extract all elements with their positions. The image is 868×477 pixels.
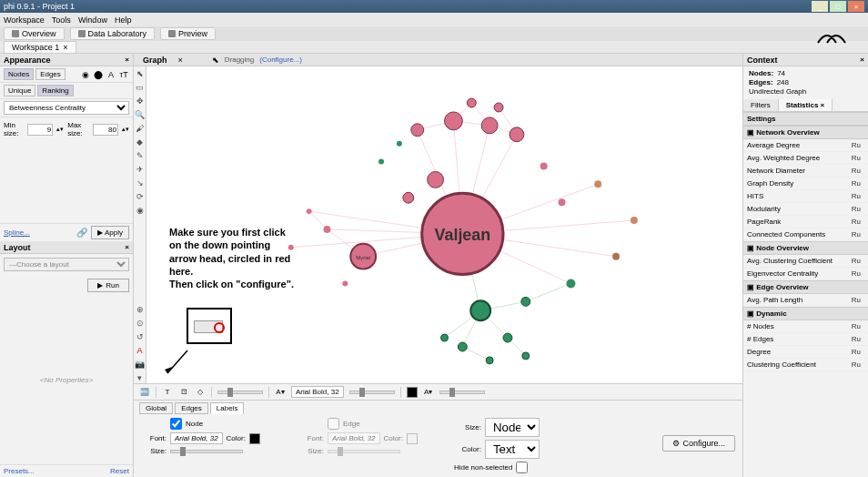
min-size-input[interactable] (27, 124, 53, 136)
close-button[interactable]: × (848, 1, 864, 12)
font-display[interactable]: Arial Bold, 32 (291, 386, 344, 398)
rect-select-tool[interactable]: ▭ (135, 82, 146, 93)
spinner-icon[interactable]: ▴▾ (122, 126, 129, 133)
label-color-swatch[interactable] (407, 387, 418, 398)
run-stat-button[interactable]: Ru (848, 205, 864, 213)
run-stat-button[interactable]: Ru (848, 192, 864, 200)
run-stat-button[interactable]: Ru (848, 269, 864, 278)
close-icon[interactable]: × (125, 56, 129, 64)
tab-preview[interactable]: Preview (160, 27, 216, 40)
ranking-tab[interactable]: Ranking (37, 85, 73, 96)
graph-tab[interactable]: Graph (137, 55, 173, 66)
label-size-slider[interactable] (439, 391, 485, 394)
unique-tab[interactable]: Unique (4, 85, 35, 96)
label-toggle-icon[interactable]: A (135, 345, 146, 356)
close-icon[interactable]: × (860, 56, 864, 64)
move-tool[interactable]: ✥ (135, 96, 146, 107)
run-stat-button[interactable]: Ru (848, 296, 864, 304)
run-stat-button[interactable]: Ru (848, 360, 864, 369)
menu-help[interactable]: Help (115, 15, 132, 25)
minimize-button[interactable]: _ (812, 1, 828, 12)
node-labels-icon[interactable]: T (162, 387, 173, 398)
reset-link[interactable]: Reset (110, 467, 129, 475)
settings-row[interactable]: Settings (743, 112, 868, 126)
close-icon[interactable]: × (178, 56, 183, 65)
heatmap-tool[interactable]: ◉ (135, 205, 146, 216)
statistics-tab[interactable]: Statistics × (779, 99, 833, 111)
shortest-path-tool[interactable]: ⟳ (135, 191, 146, 202)
menu-window[interactable]: Window (78, 15, 107, 25)
run-stat-button[interactable]: Ru (848, 167, 864, 175)
menu-tools[interactable]: Tools (52, 15, 71, 25)
font-size-slider[interactable] (349, 391, 395, 394)
configure-link[interactable]: (Configure...) (259, 56, 302, 64)
size-mode-select[interactable]: Node size (485, 418, 540, 437)
spinner-icon[interactable]: ▴▾ (56, 126, 64, 133)
palette-icon[interactable]: ◉ (80, 69, 91, 80)
filters-tab[interactable]: Filters (743, 99, 779, 111)
apply-button[interactable]: ▶ Apply (91, 226, 129, 239)
chain-icon[interactable]: 🔗 (76, 228, 87, 238)
edge-labels-checkbox[interactable] (328, 418, 339, 430)
close-icon[interactable]: × (63, 43, 67, 52)
label-color-icon[interactable]: A (106, 69, 116, 80)
magnify-tool[interactable]: 🔍 (135, 109, 146, 120)
edge-labels-icon[interactable]: ⊡ (178, 387, 189, 398)
run-stat-button[interactable]: Ru (848, 348, 864, 356)
spline-link[interactable]: Spline... (4, 228, 30, 237)
pencil-tool[interactable]: ✎ (135, 150, 146, 161)
show-labels-icon[interactable]: 🔤 (139, 387, 150, 398)
nodes-tab[interactable]: Nodes (4, 68, 34, 80)
close-icon[interactable]: × (125, 243, 129, 251)
select-tool[interactable]: ⬉ (135, 68, 146, 79)
svg-point-47 (594, 180, 601, 188)
workspace-tab-1[interactable]: Workspace 1× (4, 41, 76, 54)
node-labels-checkbox[interactable] (170, 418, 182, 430)
center-icon[interactable]: ⊙ (135, 318, 146, 329)
maximize-button[interactable]: □ (830, 1, 846, 12)
reset-zoom-icon[interactable]: ⊕ (135, 304, 146, 315)
graph-canvas[interactable]: Valjean Myriel (146, 66, 742, 383)
settings-tab-global[interactable]: Global (139, 402, 173, 414)
brush-tool[interactable]: 🖌 (135, 123, 146, 134)
edges-tab[interactable]: Edges (35, 68, 66, 80)
expand-dropdown-icon[interactable]: ▾ (135, 372, 146, 383)
node-color-swatch[interactable] (249, 433, 260, 444)
airplane-tool[interactable]: ✈ (135, 164, 146, 175)
presets-link[interactable]: Presets... (4, 467, 35, 475)
settings-tab-labels[interactable]: Labels (210, 402, 245, 414)
tab-data-laboratory[interactable]: Data Laboratory (70, 27, 156, 40)
label-attr-icon[interactable]: A▾ (423, 387, 434, 398)
run-stat-button[interactable]: Ru (848, 141, 864, 149)
max-size-input[interactable] (93, 124, 118, 136)
hull-icon[interactable]: ◇ (195, 387, 206, 398)
node-font-field[interactable]: Arial Bold, 32 (170, 432, 223, 444)
layout-select[interactable]: ---Choose a layout (4, 258, 129, 271)
menu-workspace[interactable]: Workspace (4, 15, 45, 25)
run-stat-button[interactable]: Ru (848, 335, 864, 343)
run-stat-button[interactable]: Ru (848, 322, 864, 330)
run-button[interactable]: ▶ Run (87, 279, 129, 292)
color-mode-select[interactable]: Text (485, 440, 540, 459)
screenshot-icon[interactable]: 📷 (135, 359, 146, 370)
configure-button[interactable]: ⚙ Configure... (662, 435, 735, 452)
run-stat-button[interactable]: Ru (848, 179, 864, 188)
size-icon[interactable]: ⬤ (93, 69, 104, 80)
tab-overview[interactable]: Overview (4, 27, 65, 40)
node-size-slider[interactable] (170, 450, 243, 453)
reset-colors-icon[interactable]: ↺ (135, 331, 146, 342)
close-icon[interactable]: × (821, 101, 825, 109)
sizer-tool[interactable]: ◆ (135, 137, 146, 147)
hide-nonselected-checkbox[interactable] (516, 462, 528, 473)
edge-weight-slider[interactable] (217, 391, 263, 394)
svg-point-39 (403, 192, 414, 203)
label-size-icon[interactable]: тT (118, 69, 129, 80)
ranking-metric-select[interactable]: Betweenness Centrality (4, 101, 129, 115)
settings-tab-edges[interactable]: Edges (175, 402, 208, 414)
edge-tool[interactable]: ↘ (135, 178, 146, 188)
run-stat-button[interactable]: Ru (848, 230, 864, 238)
run-stat-button[interactable]: Ru (848, 154, 864, 162)
run-stat-button[interactable]: Ru (848, 218, 864, 226)
pointer-icon[interactable]: ⬉ (212, 56, 219, 65)
run-stat-button[interactable]: Ru (848, 257, 864, 265)
